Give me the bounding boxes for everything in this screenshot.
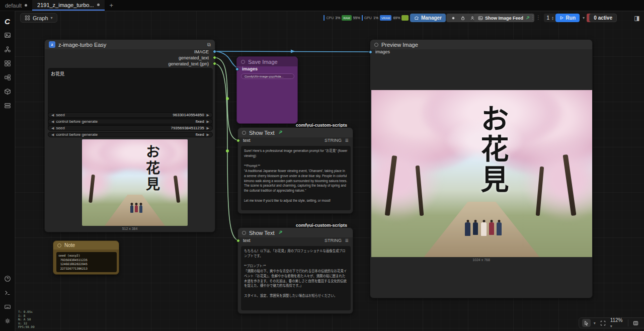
node-show-text-2[interactable]: Show Text text STRING ≣ もちろん！以下は、「お花見」用の… xyxy=(237,227,353,314)
decrement-icon[interactable]: ◀ xyxy=(51,133,54,137)
snake-icon xyxy=(278,230,283,235)
increment-icon[interactable]: ▶ xyxy=(207,126,209,130)
collapse-dot-icon[interactable] xyxy=(242,231,246,235)
image-size-caption: 1024 x 768 xyxy=(370,258,592,262)
assets-icon[interactable] xyxy=(3,30,13,40)
seed-widget-1[interactable]: ◀ seed 96330140554850 ▶ xyxy=(48,112,213,118)
node-preview-image[interactable]: Preview Image images お花見 1024 x 768 xyxy=(370,39,593,298)
control-before-generate-widget-2[interactable]: ◀ control before generate fixed ▶ xyxy=(48,132,213,137)
tab-default-label: default xyxy=(5,3,22,9)
increment-icon[interactable]: ▶ xyxy=(207,133,209,137)
node-note[interactable]: Note seed (easy2) 793569384511235 124661… xyxy=(53,240,119,275)
ram-chip: RAM xyxy=(342,15,351,21)
node-library-icon[interactable] xyxy=(3,58,13,68)
run-button[interactable]: Run xyxy=(555,14,580,22)
collapse-dot-icon[interactable] xyxy=(241,60,245,64)
run-options-caret[interactable]: ▾ xyxy=(583,16,585,20)
workflow-tab-bar: default 2191_z_image_turbo... + xyxy=(0,0,644,11)
collapse-dot-icon[interactable] xyxy=(242,131,246,135)
decrement-icon[interactable]: ◀ xyxy=(51,126,54,130)
output-dot-image[interactable] xyxy=(213,50,216,53)
batch-count-stepper[interactable]: 1 ▲▼ xyxy=(544,14,556,22)
input-dot-images[interactable] xyxy=(369,50,372,54)
show-text-content[interactable]: もちろん！以下は、「お花見」用のプロフェッショナルな画像生成プロンプトです。 *… xyxy=(241,246,351,310)
preview-image[interactable]: お花見 xyxy=(371,90,592,257)
tab-active-workflow[interactable]: 2191_z_image_turbo... xyxy=(32,0,105,11)
node-header[interactable]: Show Text xyxy=(238,128,353,137)
node-show-text-1[interactable]: Show Text text STRING ≣ Sure! Here's a p… xyxy=(237,127,353,214)
input-label-text: text xyxy=(243,138,251,143)
right-panel-toggle[interactable]: ◨ xyxy=(633,14,641,22)
widget-label: control before generate xyxy=(56,132,98,137)
seed-widget-2[interactable]: ◀ seed 793569384511235 ▶ xyxy=(48,125,213,131)
filename-prefix-widget[interactable]: ComfyUI/z-image-yyyy%da... xyxy=(241,73,294,79)
node-header[interactable]: Note xyxy=(53,241,119,250)
show-image-feed-button[interactable]: Show Image Feed xyxy=(474,14,534,22)
lock-icon[interactable] xyxy=(460,16,465,21)
node-title: Preview Image xyxy=(381,42,418,48)
decrement-icon[interactable]: ◀ xyxy=(51,120,54,124)
show-text-content[interactable]: Sure! Here's a professional image genera… xyxy=(241,146,351,210)
show-image-feed-label: Show Image Feed xyxy=(485,16,523,21)
comfyui-app: default 2191_z_image_turbo... + C xyxy=(0,0,644,331)
active-jobs-badge[interactable]: 0 active xyxy=(589,14,617,22)
settings-gear-icon[interactable] xyxy=(3,316,13,326)
stepper-arrows-icon[interactable]: ▲▼ xyxy=(551,16,554,20)
tool-caret-icon[interactable]: ▾ xyxy=(594,321,596,325)
resource-monitor: CPU 3% RAM 55% GPU 1% VRAM 69% 38° xyxy=(324,14,416,22)
new-tab-button[interactable]: + xyxy=(105,0,119,11)
dot-icon[interactable] xyxy=(451,16,456,21)
manager-button[interactable]: Manager xyxy=(410,14,446,22)
output-type-label: STRING xyxy=(325,238,342,243)
temp-chip xyxy=(401,15,409,21)
control-before-generate-widget-1[interactable]: ◀ control before generate fixed ▶ xyxy=(48,119,213,124)
run-label: Run xyxy=(566,15,576,21)
node-header[interactable]: Show Text xyxy=(238,228,353,237)
output-dot-generated-text-jpn[interactable] xyxy=(213,62,216,65)
collapse-dot-icon[interactable] xyxy=(374,43,378,47)
help-icon[interactable] xyxy=(3,274,13,284)
widget-value: fixed xyxy=(98,119,204,124)
node-header[interactable]: Preview Image xyxy=(370,40,592,49)
collapse-dot-icon[interactable] xyxy=(57,243,61,247)
shortcuts-icon[interactable] xyxy=(3,302,13,312)
node-image-preview[interactable]: お花見 xyxy=(82,139,188,226)
drag-handle-icon[interactable]: ⋮⋮ xyxy=(530,15,541,20)
image-size-caption: 512 x 384 xyxy=(45,227,215,230)
model-library-icon[interactable] xyxy=(3,87,13,97)
note-content[interactable]: seed (easy2) 793569384511235 12466186202… xyxy=(56,252,117,272)
input-dot-text[interactable] xyxy=(236,139,240,142)
node-title: Show Text xyxy=(249,130,275,136)
output-type-label: STRING xyxy=(325,138,342,143)
minimap-button[interactable] xyxy=(631,319,640,327)
cpu-meter xyxy=(324,15,325,21)
zoom-level-dropdown[interactable]: 112% ▾ xyxy=(610,317,625,328)
widget-value: ComfyUI/z-image-yyyy%da... xyxy=(245,75,291,78)
subgraph-icon[interactable] xyxy=(3,72,13,82)
fit-view-button[interactable] xyxy=(599,319,607,327)
node-header[interactable]: z z-image-turbo Easy ⧉ xyxy=(45,40,215,49)
node-pack-icon: z xyxy=(49,41,55,48)
node-z-image-turbo-easy[interactable]: z z-image-turbo Easy ⧉ IMAGE generated_t… xyxy=(44,39,215,232)
node-header[interactable]: Save Image xyxy=(237,57,297,66)
vram-chip: VRAM xyxy=(380,15,391,21)
comfyui-logo[interactable]: C xyxy=(3,16,13,26)
graph-breadcrumb[interactable]: Graph ▾ xyxy=(20,13,57,23)
increment-icon[interactable]: ▶ xyxy=(207,113,209,117)
input-dot-text[interactable] xyxy=(236,239,240,242)
terminal-icon[interactable] xyxy=(3,288,13,298)
tab-default[interactable]: default xyxy=(0,0,32,11)
batch-count-value: 1 xyxy=(546,15,549,21)
expand-icon[interactable]: ⧉ xyxy=(207,42,211,48)
node-save-image-bypassed[interactable]: Save Image images ComfyUI/z-image-yyyy%d… xyxy=(236,56,298,124)
workflows-icon[interactable] xyxy=(3,44,13,54)
output-dot-generated-text[interactable] xyxy=(213,56,216,59)
canvas-controls: ▾ 112% ▾ xyxy=(579,317,644,328)
performance-stats: T: 0.05s I: 8 N: A 50 V: 32 FPS:59.99 xyxy=(18,310,35,329)
increment-icon[interactable]: ▶ xyxy=(207,120,209,124)
output-label-generated-text: generated_text xyxy=(179,55,209,60)
pointer-tool-button[interactable] xyxy=(582,319,591,327)
queue-icon[interactable] xyxy=(3,101,13,111)
decrement-icon[interactable]: ◀ xyxy=(51,113,54,117)
input-dot-images[interactable] xyxy=(235,67,239,71)
